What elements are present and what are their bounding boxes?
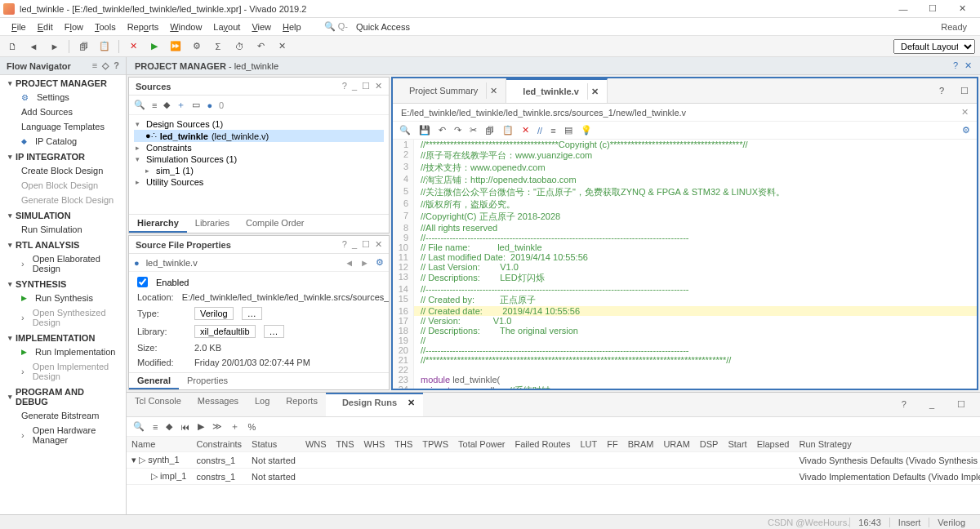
percent-icon[interactable]: %	[247, 422, 256, 432]
undo-icon[interactable]: ↶	[439, 125, 446, 136]
menu-tools[interactable]: Tools	[90, 20, 121, 33]
menu-help[interactable]: Help	[278, 20, 306, 33]
max-icon[interactable]: ☐	[362, 81, 370, 91]
copy-icon[interactable]: 🗐	[76, 39, 91, 54]
cancel-icon[interactable]: ✕	[126, 39, 140, 54]
nav-ip-catalog[interactable]: IP Catalog	[0, 134, 126, 149]
quick-access-input[interactable]: 🔍 Q- Quick Access	[319, 19, 420, 35]
col-header[interactable]: Run Strategy	[794, 437, 980, 452]
col-header[interactable]: Elapsed	[752, 437, 795, 452]
nav-lang-templates[interactable]: Language Templates	[0, 119, 126, 134]
browse-button[interactable]: …	[264, 325, 284, 338]
redo-icon[interactable]: ↷	[454, 125, 461, 136]
col-header[interactable]: Total Power	[453, 437, 510, 452]
nav-gen-bit[interactable]: Generate Bitstream	[0, 408, 126, 423]
undo-icon[interactable]: ↶	[253, 39, 268, 54]
col-header[interactable]: Name	[127, 437, 191, 452]
col-header[interactable]: FF	[602, 437, 622, 452]
nav-open-hw[interactable]: Open Hardware Manager	[0, 423, 126, 447]
menu-file[interactable]: File	[7, 20, 31, 33]
max-icon[interactable]: ☐	[949, 396, 973, 413]
outdent-icon[interactable]: ▤	[564, 125, 572, 136]
tab-general[interactable]: General	[129, 373, 179, 389]
col-header[interactable]: WNS	[301, 437, 332, 452]
tab-hierarchy[interactable]: Hierarchy	[129, 215, 187, 233]
play-icon[interactable]: ▶	[198, 421, 204, 432]
tab-project-summary[interactable]: Project Summary ✕	[393, 78, 506, 103]
menu-layout[interactable]: Layout	[208, 20, 245, 33]
tab-log[interactable]: Log	[247, 393, 278, 416]
paste-icon[interactable]: 📋	[502, 125, 514, 136]
col-header[interactable]: Start	[723, 437, 751, 452]
nav-run-impl[interactable]: Run Implementation	[0, 345, 126, 359]
first-icon[interactable]: ⏮	[180, 422, 189, 432]
enabled-checkbox[interactable]	[137, 277, 148, 287]
col-header[interactable]: TNS	[332, 437, 359, 452]
nav-gen-bd[interactable]: Generate Block Design	[0, 193, 126, 207]
indent-icon[interactable]: ≡	[550, 126, 555, 136]
dot-icon[interactable]: ●	[207, 100, 212, 110]
code-area[interactable]: 1//*************************************…	[393, 140, 977, 389]
table-row[interactable]: ▷ impl_1constrs_1Not started Vivado Impl…	[127, 469, 980, 485]
gear-icon[interactable]: ⚙	[376, 257, 384, 268]
help-icon[interactable]: ?	[342, 81, 347, 91]
next-icon[interactable]: ►	[360, 258, 369, 268]
col-header[interactable]: Failed Routes	[510, 437, 576, 452]
lib-field[interactable]: xil_defaultlib	[194, 325, 256, 338]
gear-icon[interactable]: ⚙	[962, 125, 970, 136]
collapse-icon[interactable]: ≡	[153, 422, 158, 432]
nav-open-impl[interactable]: Open Implemented Design	[0, 359, 126, 384]
min-icon[interactable]: _	[352, 81, 357, 91]
abort-icon[interactable]: ✕	[274, 39, 289, 54]
clock-icon[interactable]: ⏱	[232, 39, 247, 54]
col-header[interactable]: TPWS	[417, 437, 453, 452]
nav-run-sim[interactable]: Run Simulation	[0, 222, 126, 237]
section-prog[interactable]: PROGRAM AND DEBUG	[0, 384, 126, 408]
save-icon[interactable]: 💾	[419, 125, 430, 136]
max-icon[interactable]: ☐	[362, 239, 370, 250]
add-icon[interactable]: ＋	[176, 99, 185, 111]
nav-open-synth[interactable]: Open Synthesized Design	[0, 305, 126, 330]
section-simulation[interactable]: SIMULATION	[0, 207, 126, 222]
comment-icon[interactable]: //	[537, 126, 542, 136]
paste-icon[interactable]: 📋	[97, 39, 112, 54]
fwd-icon[interactable]: ►	[47, 39, 62, 54]
close-icon[interactable]: ✕	[375, 81, 382, 91]
collapse-icon[interactable]: ≡	[92, 60, 97, 71]
tree-sim-sources[interactable]: Simulation Sources (1)	[134, 153, 384, 165]
col-header[interactable]: Constraints	[191, 437, 247, 452]
col-header[interactable]: BRAM	[623, 437, 659, 452]
close-icon[interactable]: ✕	[947, 3, 977, 14]
menu-flow[interactable]: Flow	[60, 20, 88, 33]
step-icon[interactable]: ⏩	[168, 39, 183, 54]
filter-icon[interactable]: ◆	[166, 421, 172, 432]
help-icon[interactable]: ?	[931, 78, 952, 103]
tree-utility[interactable]: Utility Sources	[134, 176, 384, 188]
col-header[interactable]: URAM	[658, 437, 694, 452]
col-header[interactable]: DSP	[695, 437, 724, 452]
section-project-manager[interactable]: PROJECT MANAGER	[0, 75, 126, 90]
back-icon[interactable]: ◄	[26, 39, 41, 54]
nav-run-synth[interactable]: Run Synthesis	[0, 291, 126, 305]
expand-icon[interactable]: ◆	[163, 100, 170, 110]
tab-file[interactable]: led_twinkle.v ✕	[506, 78, 607, 103]
tab-properties[interactable]: Properties	[179, 373, 236, 389]
tree-design-sources[interactable]: Design Sources (1)	[134, 118, 384, 130]
nav-add-sources[interactable]: Add Sources	[0, 104, 126, 119]
menu-view[interactable]: View	[247, 20, 276, 33]
bulb-icon[interactable]: 💡	[581, 125, 592, 136]
close-icon[interactable]: ✕	[375, 239, 382, 250]
tab-compile-order[interactable]: Compile Order	[238, 215, 313, 233]
gear-icon[interactable]: ⚙	[189, 39, 204, 54]
min-icon[interactable]: _	[921, 396, 942, 413]
new-icon[interactable]: 🗋	[5, 39, 20, 54]
section-ip-integrator[interactable]: IP INTEGRATOR	[0, 149, 126, 163]
nav-create-bd[interactable]: Create Block Design	[0, 163, 126, 178]
delete-icon[interactable]: ✕	[522, 125, 529, 136]
tab-messages[interactable]: Messages	[189, 393, 247, 416]
type-field[interactable]: Verilog	[194, 307, 234, 320]
tab-libraries[interactable]: Libraries	[187, 215, 238, 233]
prev-icon[interactable]: ◄	[345, 258, 354, 268]
sigma-icon[interactable]: Σ	[211, 39, 225, 54]
stop-icon[interactable]: ≫	[212, 421, 222, 432]
